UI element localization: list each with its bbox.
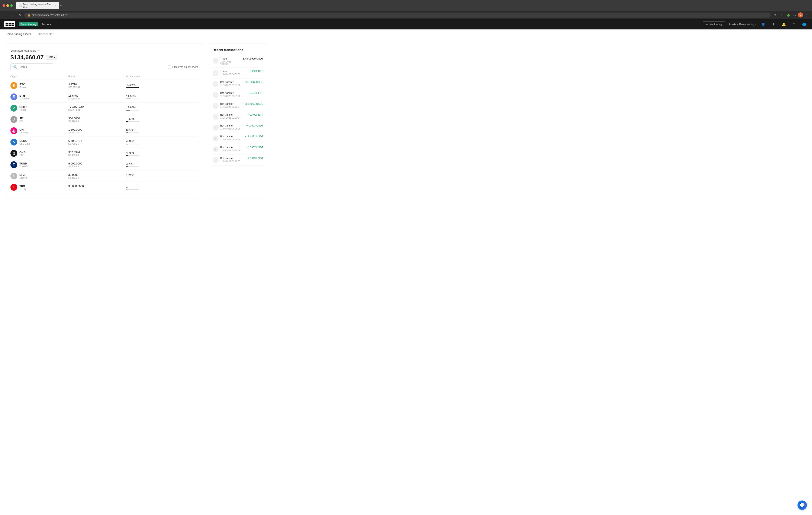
tx-type-5: Bot transfer: [220, 113, 246, 116]
reload-button[interactable]: ↻: [17, 12, 23, 18]
minimize-window-button[interactable]: [6, 4, 9, 7]
currency-select[interactable]: USD ▾: [46, 55, 57, 60]
tx-icon-4: ↔: [212, 103, 219, 109]
estimated-label: Estimated total value 👁: [10, 49, 199, 52]
tx-icon-3: ↔: [212, 92, 219, 98]
tx-type-8: Bot transfer: [220, 146, 244, 149]
tab-demo-trading-assets[interactable]: Demo trading assets: [5, 29, 31, 39]
uni-portfolio-pct: 6.87%: [126, 129, 184, 132]
tab-close-button[interactable]: ×: [55, 4, 56, 7]
usdc-more-button[interactable]: ···: [196, 140, 199, 144]
new-tab-button[interactable]: +: [60, 4, 62, 7]
language-globe-icon[interactable]: 🌐: [801, 21, 808, 28]
uni-icon: 🦄: [10, 127, 17, 134]
help-icon[interactable]: ?: [791, 21, 798, 28]
address-bar[interactable]: 🔒 okx.com/balance/assets/unified: [24, 12, 771, 18]
asset-list: ₿ BTC Bitcoin 3.1710 $53,952.81 40.07% ·…: [10, 80, 199, 193]
trx-icon: T: [10, 184, 17, 191]
jfi-equity-usd: $9,926.29: [68, 120, 126, 123]
menu-icon[interactable]: ⋮: [804, 12, 809, 18]
download-icon[interactable]: ⬇: [770, 21, 777, 28]
ltc-more-button[interactable]: ···: [196, 174, 199, 178]
tx-amount-6: +4.0903 USDT: [246, 124, 263, 127]
tx-date-1: 12/06/2022, 10:59:09: [220, 73, 246, 76]
extension-icon[interactable]: 🧩: [785, 12, 791, 18]
tusd-fullname: TrueUSD: [20, 165, 29, 168]
jfi-more-button[interactable]: ···: [196, 117, 199, 121]
asset-row-jfi: J JFI JFI 300.0000 $9,926.29 7.37% ···: [10, 114, 199, 125]
close-window-button[interactable]: [3, 4, 5, 7]
search-input[interactable]: [19, 65, 49, 69]
asset-info-jfi: J JFI JFI: [10, 116, 68, 123]
eth-symbol: ETH: [20, 94, 30, 97]
user-profile-icon[interactable]: 👤: [760, 21, 767, 28]
tx-amount-3: +0.2469 ETH: [248, 91, 263, 94]
profile-avatar[interactable]: J: [798, 12, 803, 18]
search-box[interactable]: 🔍: [10, 63, 53, 71]
btc-fullname: Bitcoin: [20, 86, 26, 88]
eth-more-button[interactable]: ···: [196, 95, 199, 99]
notification-bell-icon[interactable]: 🔔: [780, 21, 787, 28]
uni-more-button[interactable]: ···: [196, 129, 199, 133]
tusd-more-button[interactable]: ···: [196, 163, 199, 167]
eth-portfolio-pct: 14.62%: [126, 94, 184, 98]
transaction-item-5: ↔ Bot transfer 11/16/2022, 12:10:54 +0.4…: [212, 111, 263, 122]
hide-zero-equity-checkbox-row[interactable]: Hide zero equity crypto: [168, 65, 199, 69]
usdc-portfolio-pct: 4.98%: [126, 140, 184, 143]
uni-equity-usd: $9,251.34: [68, 131, 126, 134]
share-icon[interactable]: ⬆: [772, 12, 778, 18]
asset-row-usdt: ₮ USDT Tether 17,445.5412 $17,444.31 12.…: [10, 103, 199, 114]
eth-equity-usd: $19,685.34: [68, 97, 126, 100]
tusd-portfolio-bar: [126, 166, 139, 167]
btc-more-button[interactable]: ···: [196, 84, 199, 87]
demo-trading-badge[interactable]: Demo trading: [19, 22, 38, 26]
bookmark-icon[interactable]: ☆: [779, 12, 784, 18]
eth-fullname: Ethereum: [20, 97, 30, 100]
btc-portfolio-pct: 40.07%: [126, 83, 184, 86]
okx-logo[interactable]: [4, 21, 16, 27]
asset-row-trx: T TRX TRON 30,000.0000 ... ... ···: [10, 182, 199, 193]
eth-equity: 15.6469: [68, 94, 126, 97]
svg-rect-2: [11, 23, 14, 24]
asset-info-ltc: Ł LTC Litecoin: [10, 172, 68, 180]
forward-button[interactable]: ›: [10, 12, 16, 18]
usdt-portfolio-bar: [126, 110, 139, 110]
jfi-portfolio-bar: [126, 121, 139, 122]
okb-portfolio-pct: 4.78%: [126, 151, 184, 154]
jfi-symbol: JFI: [20, 117, 24, 120]
trx-more-button[interactable]: ···: [196, 185, 199, 189]
trade-menu[interactable]: Trade ▾: [41, 23, 51, 26]
svg-rect-5: [11, 25, 14, 26]
back-button[interactable]: ‹: [3, 12, 8, 18]
ltc-portfolio-bar: [126, 178, 139, 178]
maximize-window-button[interactable]: [10, 4, 13, 7]
tx-type-1: Trade: [220, 70, 246, 73]
transaction-item-7: ↔ Bot transfer 11/09/2022, 15:25:25 +11.…: [212, 133, 263, 144]
live-trading-button[interactable]: ↩ Live trading: [703, 21, 725, 27]
usdt-more-button[interactable]: ···: [196, 106, 199, 110]
chat-button[interactable]: 💬: [798, 500, 807, 510]
assets-demo-trading-dropdown[interactable]: Assets – Demo trading ▾: [729, 23, 757, 26]
tx-date-7: 11/09/2022, 15:25:25: [220, 138, 243, 141]
okb-more-button[interactable]: ···: [196, 152, 199, 155]
active-tab[interactable]: ⬜ Demo trading assets - The Le... ×: [16, 2, 59, 9]
nav-actions: ⬆ ☆ 🧩 ▭ J ⋮: [772, 12, 809, 18]
usdt-icon: ₮: [10, 105, 17, 112]
app-header: Demo trading Trade ▾ ↩ Live trading Asse…: [0, 19, 812, 29]
asset-row-uni: 🦄 UNI Uniswap 1,500.0000 $9,251.34 6.87%…: [10, 125, 199, 137]
asset-info-trx: T TRX TRON: [10, 184, 68, 191]
main-content: Demo trading assets Order center Estimat…: [0, 29, 812, 515]
transaction-item-1: ↔ Trade 12/06/2022, 10:59:09 +0.4996 BTC: [212, 67, 263, 79]
ltc-portfolio-pct: 1.77%: [126, 174, 184, 177]
hide-zero-checkbox[interactable]: [168, 65, 171, 69]
eye-icon[interactable]: 👁: [37, 49, 40, 52]
btc-symbol: BTC: [20, 83, 26, 86]
transaction-item-4: ↔ Bot transfer 11/16/2022, 12:10:54 +382…: [212, 100, 263, 111]
usdc-icon: $: [10, 139, 17, 145]
asset-info-uni: 🦄 UNI Uniswap: [10, 127, 68, 134]
sidebar-icon[interactable]: ▭: [791, 12, 797, 18]
asset-row-ltc: Ł LTC Litecoin 30.0000 $2,381.23 1.77% ·…: [10, 170, 199, 182]
tx-date-4: 11/16/2022, 12:10:54: [220, 106, 241, 108]
tab-order-center[interactable]: Order center: [37, 29, 54, 39]
trx-portfolio-pct: ...: [126, 185, 184, 188]
